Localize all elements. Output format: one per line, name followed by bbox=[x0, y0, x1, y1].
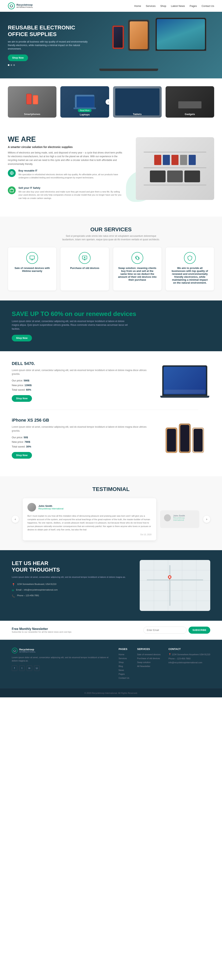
hero-dot-3[interactable] bbox=[13, 64, 15, 66]
hero-laptop bbox=[155, 18, 206, 51]
service-quality-icon bbox=[184, 252, 196, 264]
testimonial-active-card: John Smith Recycletroop International Bu… bbox=[23, 498, 156, 540]
footer-contact-phone: Phone – 123-456-7893 bbox=[168, 657, 210, 660]
newsletter-form: SUBSCRIBE bbox=[143, 627, 210, 634]
testimonial-secondary-card: John Smith Recycletroop International bbox=[160, 511, 199, 528]
contact-left: LET US HEAR YOUR THOUGHTS Lorem ipsum do… bbox=[12, 560, 132, 600]
category-laptops[interactable]: Read More Laptops › bbox=[60, 86, 109, 118]
footer-brand-desc: Lorem ipsum dolor sit amet, consectetur … bbox=[12, 656, 111, 663]
category-gadgets[interactable]: Gadgets bbox=[166, 86, 214, 118]
newsletter-text: Free Monthly Newsletter Subscribe to our… bbox=[12, 627, 71, 633]
hero-dot-1[interactable] bbox=[8, 64, 10, 66]
nav-links: Home Services Shop Latest News Pages Con… bbox=[134, 4, 214, 8]
we-are-heading: WE ARE bbox=[8, 135, 124, 143]
shelf-image bbox=[136, 137, 214, 200]
footer-page-blog[interactable]: Blog bbox=[119, 665, 123, 667]
logo-icon bbox=[8, 2, 15, 10]
hero-title: REUSABLE ELECTRONIC OFFICE SUPPLIES bbox=[8, 24, 90, 37]
category-smartphones[interactable]: Smartphones bbox=[8, 86, 56, 118]
service-swap-title: Swap solution: meaning clients buy from … bbox=[118, 267, 157, 281]
map-placeholder bbox=[140, 560, 210, 611]
product-iphone-info: iPhone XS 256 GB Lorem ipsum dolor sit a… bbox=[12, 418, 151, 459]
product-iphone: iPhone XS 256 GB Lorem ipsum dolor sit a… bbox=[12, 418, 210, 459]
save-up-heading: SAVE UP TO 60% on our renewed devices bbox=[12, 310, 210, 318]
nav-pages[interactable]: Pages bbox=[190, 5, 197, 8]
social-twitter[interactable]: t bbox=[19, 665, 25, 671]
hero-cta-button[interactable]: Shop Now bbox=[8, 54, 28, 61]
social-linkedin[interactable]: Li bbox=[34, 665, 40, 671]
feature-buy-it: Buy reusable IT We specialize in refurbi… bbox=[8, 169, 124, 183]
category-gadgets-label: Gadgets bbox=[166, 113, 214, 116]
product-dell-cta[interactable]: Shop Now bbox=[12, 395, 32, 402]
category-laptops-read-more[interactable]: Read More bbox=[78, 109, 92, 112]
newsletter-email-input[interactable] bbox=[143, 627, 187, 634]
footer-services-col: SERVICES Sale of renewed devices Purchas… bbox=[137, 648, 161, 681]
social-facebook[interactable]: f bbox=[12, 665, 17, 671]
categories-section: Smartphones Read More Laptops › Tablets … bbox=[0, 78, 222, 126]
contact-phone: 📞 Phone – 123-456-7891 bbox=[12, 594, 132, 598]
product-dell-desc: Lorem ipsum dolor sit amet, consectetur … bbox=[12, 369, 151, 376]
hero-content: REUSABLE ELECTRONIC OFFICE SUPPLIES we a… bbox=[8, 24, 90, 66]
nav-news[interactable]: Latest News bbox=[171, 5, 185, 8]
hero-laptop-screen bbox=[157, 19, 205, 49]
category-tablets-label: Tablets bbox=[113, 113, 162, 116]
hero-description: we aim to provide all business with top … bbox=[8, 40, 90, 51]
product-iphone-cta[interactable]: Shop Now bbox=[12, 452, 32, 459]
service-quality-title: We aim to provide all businesses with to… bbox=[170, 267, 209, 284]
contact-heading: LET US HEAR YOUR THOUGHTS bbox=[12, 560, 132, 573]
save-up-section: SAVE UP TO 60% on our renewed devices Lo… bbox=[0, 301, 222, 351]
footer-brand-sub: INTERNATIONAL bbox=[19, 651, 36, 653]
testimonial-prev-arrow[interactable]: ‹ bbox=[12, 515, 19, 523]
nav-contact[interactable]: Contact Us bbox=[201, 5, 214, 8]
category-tablets[interactable]: Tablets bbox=[113, 86, 162, 118]
social-instagram[interactable]: in bbox=[27, 665, 32, 671]
footer-brand-name: Recycletroop bbox=[19, 648, 36, 651]
testi-avatar bbox=[27, 503, 36, 512]
testimonial-section: TESTIMONIAL ‹ John Smith Recycletroop In… bbox=[0, 476, 222, 550]
feature-sell-title: Sell your IT Safely bbox=[18, 186, 124, 189]
testi-date: Oct 10, 2020 bbox=[27, 533, 151, 536]
services-subtitle: Sed ut perspiciatis unde omnis iste natu… bbox=[62, 234, 160, 241]
footer-page-shop[interactable]: Shop bbox=[119, 661, 124, 663]
email-icon: ✉ bbox=[12, 589, 14, 592]
footer-page-contact[interactable]: Contact Us bbox=[119, 677, 129, 679]
testimonial-wrapper: ‹ John Smith Recycletroop International … bbox=[12, 498, 210, 540]
footer-service-3: Swap solution bbox=[137, 661, 161, 663]
save-up-rest: on our renewed devices bbox=[65, 310, 136, 317]
footer-social: f t in Li bbox=[12, 665, 111, 671]
testi-text: But I must explain to you how all this m… bbox=[27, 514, 151, 531]
testimonial-next-arrow[interactable]: › bbox=[203, 515, 210, 523]
dell-laptop-shape bbox=[162, 365, 207, 396]
footer-service-2: Purchase of old devices bbox=[137, 657, 161, 660]
footer-page-home[interactable]: Home bbox=[119, 653, 124, 655]
footer-contact-list: 📍 1234 Somewhere Anywhere USA 91210 Phon… bbox=[168, 653, 210, 663]
products-section: DELL 5470. Lorem ipsum dolor sit amet, c… bbox=[0, 351, 222, 476]
svg-rect-2 bbox=[10, 189, 14, 192]
nav-shop[interactable]: Shop bbox=[160, 5, 166, 8]
logo[interactable]: Recycletroop INTERNATIONAL bbox=[8, 2, 33, 10]
category-smartphones-label: Smartphones bbox=[8, 113, 56, 116]
nav-home[interactable]: Home bbox=[134, 5, 141, 8]
footer-page-pages[interactable]: Pages bbox=[119, 673, 125, 675]
footer-services-list: Sale of renewed devices Purchase of old … bbox=[137, 653, 161, 667]
hero-dot-2[interactable] bbox=[11, 64, 12, 66]
newsletter-subscribe-button[interactable]: SUBSCRIBE bbox=[189, 627, 210, 634]
service-purchase-title: Purchase of old devices bbox=[65, 267, 104, 269]
dell-laptop-base bbox=[160, 396, 209, 398]
nav-services[interactable]: Services bbox=[146, 5, 155, 8]
testi-role: Recycletroop International bbox=[38, 508, 63, 510]
save-up-cta-button[interactable]: Shop Now bbox=[12, 335, 32, 341]
location-icon: 📍 bbox=[12, 583, 15, 586]
footer-page-news[interactable]: News bbox=[119, 669, 124, 671]
testi-name: John Smith bbox=[38, 504, 63, 508]
contact-address: 📍 1234 Somewhere Boulevard, USA 91210 bbox=[12, 583, 132, 586]
iphone-shape-3 bbox=[192, 428, 204, 453]
contact-map bbox=[140, 560, 210, 611]
services-title: OUR SERVICES bbox=[8, 226, 214, 233]
footer-services-title: SERVICES bbox=[137, 648, 161, 651]
footer-page-services[interactable]: Services bbox=[119, 657, 127, 660]
hero-phone bbox=[112, 25, 124, 49]
hero-images bbox=[89, 12, 222, 78]
navbar: Recycletroop INTERNATIONAL Home Services… bbox=[0, 0, 222, 12]
iphone-shape-1 bbox=[166, 428, 177, 453]
